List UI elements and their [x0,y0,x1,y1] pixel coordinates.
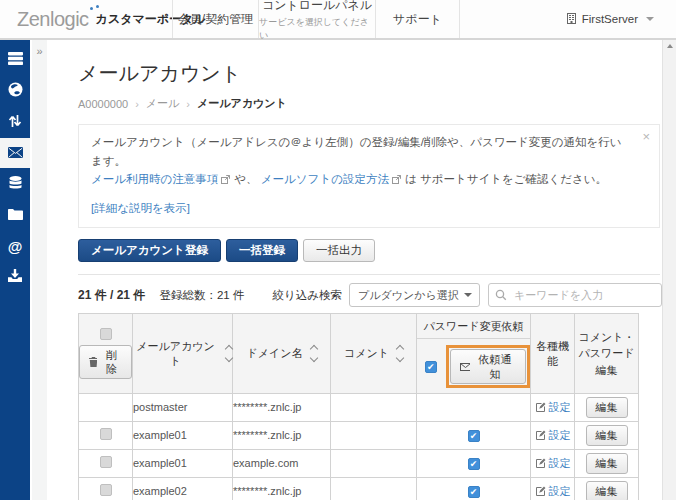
edit-button[interactable]: 編集 [586,453,628,473]
account-menu[interactable]: FirstServer [567,0,676,38]
nav-support[interactable]: サポート [375,0,460,38]
mail-software-setup-link[interactable]: メールソフトの設定方法 [261,173,389,185]
password-change-checkbox[interactable]: ✔ [468,458,480,470]
column-header-account: メールアカウント [133,314,233,394]
chevron-down-icon [464,293,472,297]
column-header-edit: コメント・パスワード編集 [575,314,639,394]
zenlogic-logo: Zenlogic [17,8,89,31]
mail-icon [8,145,23,161]
search-input[interactable] [488,283,662,307]
filter-dropdown[interactable]: プルダウンから選択 [349,283,480,307]
breadcrumb: A0000000 › メール › メールアカウント [78,96,662,111]
account-cell: postmaster [133,393,233,421]
edit-button[interactable]: 編集 [586,481,628,500]
sidebar-item-transfer[interactable] [0,107,30,137]
sort-icons[interactable] [311,346,317,361]
functions-cell: 設定 [531,421,575,449]
functions-cell: 設定 [531,477,575,500]
settings-link[interactable]: 設定 [535,484,571,499]
account-cell: example02 [133,477,233,500]
column-header-functions: 各種機能 [531,314,575,394]
row-select-cell [79,421,133,449]
transfer-arrows-icon [8,114,22,131]
divider [78,274,660,275]
edit-settings-icon [535,402,546,413]
delete-button[interactable]: 削除 [79,345,132,380]
password-change-cell [417,393,531,421]
app-window: Zenlogic カスタマーポータル 会員/契約管理 コントロールパネル サービ… [0,0,676,500]
notify-request-button[interactable]: 依頼通知 [450,349,526,384]
sidebar-item-mail[interactable] [0,138,30,168]
action-buttons: メールアカウント登録 一括登録 一括出力 [78,239,662,263]
breadcrumb-root[interactable]: A0000000 [78,98,128,110]
row-checkbox[interactable] [100,428,112,440]
edit-button[interactable]: 編集 [586,425,628,445]
edit-settings-icon [535,430,546,441]
row-select-cell [79,477,133,500]
password-change-cell: ✔ [417,421,531,449]
trash-icon [89,357,97,367]
functions-cell: 設定 [531,449,575,477]
keyword-search [488,283,662,307]
vertical-scrollbar[interactable] [662,40,676,500]
row-checkbox[interactable] [100,484,112,496]
bulk-export-button[interactable]: 一括出力 [303,239,375,263]
domain-cell: ********.znlc.jp [233,393,331,421]
password-change-checkbox[interactable]: ✔ [468,430,480,442]
server-building-icon [567,13,576,26]
domain-cell: ********.znlc.jp [233,421,331,449]
select-all-checkbox[interactable] [100,328,112,340]
record-total: 登録総数：21 件 [159,288,244,303]
sidebar-item-webmail[interactable]: @ [0,231,30,261]
account-cell: example01 [133,449,233,477]
nav-control-panel[interactable]: コントロールパネル サービスを選択してください [258,0,375,38]
globe-icon [8,82,23,100]
edit-button[interactable]: 編集 [586,397,628,417]
settings-link[interactable]: 設定 [535,400,571,415]
bulk-register-button[interactable]: 一括登録 [226,239,298,263]
password-select-all-checkbox[interactable]: ✔ [425,361,437,373]
table-header-row: 削除 メールアカウント ドメイン名 コメント [79,314,639,394]
account-name: FirstServer [582,13,638,25]
notice-line1: メールアカウント（メールアドレスの＠より左側）の登録/編集/削除や、パスワード変… [91,133,633,170]
sidebar-item-database[interactable] [0,169,30,199]
password-change-cell: ✔ [417,449,531,477]
edit-settings-icon [535,458,546,469]
column-header-domain: ドメイン名 [233,314,331,394]
comment-cell [331,449,417,477]
settings-link[interactable]: 設定 [535,428,571,443]
sidebar-item-servers[interactable] [0,45,30,75]
sidebar-item-domain[interactable] [0,76,30,106]
breadcrumb-mail[interactable]: メール [146,96,180,111]
nav-member-management[interactable]: 会員/契約管理 [172,0,258,38]
import-icon [8,269,22,285]
row-select-cell [79,449,133,477]
database-icon [9,176,22,193]
sidebar-item-files[interactable] [0,200,30,230]
show-details-link[interactable]: [詳細な説明を表示] [91,199,190,218]
filter-label: 絞り込み検索 [272,288,342,303]
password-change-cell: ✔ [417,477,531,500]
scroll-up-icon[interactable] [667,44,673,48]
domain-cell: example.com [233,449,331,477]
sidebar-expand-button[interactable]: » [32,40,47,57]
edit-cell: 編集 [575,477,639,500]
usage-notes-link[interactable]: メール利用時の注意事項 [91,173,218,185]
sidebar-item-import[interactable] [0,262,30,292]
close-icon[interactable]: × [642,130,650,143]
settings-link[interactable]: 設定 [535,456,571,471]
main-content: メールアカウント A0000000 › メール › メールアカウント メールアカ… [47,40,662,500]
password-change-checkbox[interactable]: ✔ [468,486,480,498]
register-account-button[interactable]: メールアカウント登録 [78,239,221,263]
brand: Zenlogic カスタマーポータル [0,0,172,38]
sort-icons[interactable] [226,346,232,361]
sidebar: @ [0,40,30,500]
domain-cell: ********.znlc.jp [233,477,331,500]
comment-cell [331,393,417,421]
row-checkbox[interactable] [100,456,112,468]
functions-cell: 設定 [531,393,575,421]
mail-accounts-table: 削除 メールアカウント ドメイン名 コメント [78,313,639,500]
notice-line2: メール利用時の注意事項や、 メールソフトの設定方法は サポートサイトをご確認くだ… [91,170,633,190]
chevron-down-icon [646,17,654,21]
sort-icons[interactable] [397,346,403,361]
